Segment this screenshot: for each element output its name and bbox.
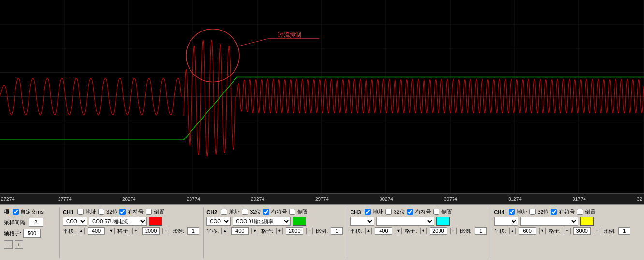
ch3-bili-label: 比例:: [460, 228, 472, 235]
ch2-pingyi-up[interactable]: ▲: [221, 228, 228, 234]
ch1-gezi-input[interactable]: [142, 227, 160, 235]
panel-title: 项: [4, 208, 9, 215]
controls-area: 项 自定义ms 采样间隔: 轴格子: − + CH1 地址: [0, 204, 644, 260]
ch2-selects: COO COO.01输出频率: [206, 217, 343, 226]
ch4-gezi-plus[interactable]: +: [564, 228, 571, 234]
title-row: 项 自定义ms: [4, 208, 56, 215]
ch3-color: [436, 217, 450, 226]
ch1-pingyi-up[interactable]: ▲: [78, 228, 85, 234]
sample-interval-input[interactable]: [29, 218, 43, 227]
ch1-pingyi-down[interactable]: ▼: [108, 228, 115, 234]
ch1-gezi-plus[interactable]: +: [132, 228, 139, 234]
axis-grid-input[interactable]: [23, 229, 41, 238]
ch1-select1[interactable]: COO: [63, 217, 87, 226]
ch3-gezi-label: 格子:: [405, 228, 417, 235]
ch3-gezi-plus[interactable]: +: [420, 228, 427, 234]
ch2-addr-checkbox[interactable]: [221, 209, 227, 215]
ch2-signed-checkbox[interactable]: [263, 209, 269, 215]
ch1-panel: CH1 地址 32位 有符号 倒置 COO COO.57U相电流: [59, 207, 201, 258]
ch4-addr-checkbox[interactable]: [509, 209, 515, 215]
minus-button[interactable]: −: [4, 240, 13, 249]
axis-grid-label: 轴格子:: [4, 230, 21, 237]
ch3-select1[interactable]: [350, 217, 374, 226]
ch1-signed-label: 有符号: [128, 208, 144, 215]
ch1-color: [149, 217, 162, 226]
ch4-color: [580, 217, 594, 226]
ch4-bit32-checkbox[interactable]: [529, 209, 536, 215]
custom-ms-checkbox[interactable]: [13, 209, 19, 215]
ch1-invert-label: 倒置: [154, 208, 164, 215]
ch3-pingyi-down[interactable]: ▼: [395, 228, 402, 234]
ch1-gezi-minus[interactable]: −: [162, 228, 169, 234]
ch1-select2[interactable]: COO.57U相电流: [89, 217, 147, 226]
ch3-gezi-input[interactable]: [430, 227, 447, 235]
ch3-panel: CH3 地址 32位 有符号 倒置 平移:: [347, 207, 488, 258]
ch4-bit32-label: 32位: [538, 208, 549, 215]
ch1-addr-checkbox[interactable]: [77, 209, 84, 215]
ch4-invert-checkbox[interactable]: [577, 209, 583, 215]
ch1-gezi-label: 格子:: [117, 228, 130, 235]
ch4-gezi-input[interactable]: [573, 227, 591, 235]
ch4-bili-input[interactable]: [618, 227, 630, 235]
ch4-pingyi-up[interactable]: ▲: [509, 228, 516, 234]
ch2-select1[interactable]: COO: [206, 217, 231, 226]
ch2-title: CH2: [206, 209, 217, 215]
ch2-gezi-input[interactable]: [286, 227, 303, 235]
ch1-signed-checkbox[interactable]: [119, 209, 126, 215]
ch3-invert-label: 倒置: [441, 208, 452, 215]
ch2-pingyi-down[interactable]: ▼: [251, 228, 258, 234]
ch2-invert-checkbox[interactable]: [289, 209, 295, 215]
ch2-pingyi-input[interactable]: [231, 227, 249, 235]
ch3-pingyi-label: 平移:: [350, 228, 362, 235]
ch3-pingyi-input[interactable]: [375, 227, 392, 235]
minus-plus-row: − +: [4, 240, 56, 249]
ch2-bit32-label: 32位: [250, 208, 261, 215]
ch4-header: CH4 地址 32位 有符号 倒置: [494, 208, 630, 215]
ch4-pingyi-down[interactable]: ▼: [539, 228, 546, 234]
ch1-title: CH1: [63, 209, 73, 215]
ch4-addr-label: 地址: [517, 208, 527, 215]
plus-button[interactable]: +: [15, 240, 23, 249]
ch3-gezi-minus[interactable]: −: [450, 228, 457, 234]
custom-ms-label: 自定义ms: [20, 208, 44, 215]
ch1-bit32-label: 32位: [106, 208, 117, 215]
ch3-addr-label: 地址: [373, 208, 383, 215]
ch3-invert-checkbox[interactable]: [433, 209, 439, 215]
ch2-gezi-plus[interactable]: +: [276, 228, 283, 234]
ch2-addr-label: 地址: [229, 208, 240, 215]
ch2-bit32-checkbox[interactable]: [242, 209, 248, 215]
ch3-bit32-label: 32位: [394, 208, 405, 215]
ch3-pingyi-up[interactable]: ▲: [365, 228, 372, 234]
ch3-bit32-checkbox[interactable]: [385, 209, 392, 215]
ch1-bit32-checkbox[interactable]: [98, 209, 104, 215]
ch1-pingyi-input[interactable]: [88, 227, 105, 235]
ch3-bili-input[interactable]: [475, 227, 487, 235]
ch2-params: 平移: ▲ ▼ 格子: + − 比例:: [206, 227, 343, 235]
svg-text:27774: 27774: [58, 197, 72, 202]
ch4-gezi-minus[interactable]: −: [594, 228, 600, 234]
ch2-invert-label: 倒置: [297, 208, 308, 215]
ch4-select1[interactable]: [494, 217, 518, 226]
svg-text:28274: 28274: [122, 197, 136, 202]
ch4-signed-checkbox[interactable]: [551, 209, 557, 215]
ch2-signed-label: 有符号: [271, 208, 287, 215]
ch1-bili-input[interactable]: [187, 227, 199, 235]
ch4-pingyi-input[interactable]: [519, 227, 536, 235]
svg-text:29274: 29274: [251, 197, 264, 202]
ch1-invert-checkbox[interactable]: [146, 209, 152, 215]
ch1-selects: COO COO.57U相电流: [63, 217, 199, 226]
ch3-addr-checkbox[interactable]: [365, 209, 371, 215]
ch3-select2[interactable]: [376, 217, 434, 226]
svg-text:27274: 27274: [1, 197, 15, 202]
ch2-select2[interactable]: COO.01输出频率: [233, 217, 291, 226]
sample-interval-row: 采样间隔:: [4, 218, 56, 227]
ch3-signed-label: 有符号: [415, 208, 431, 215]
ch2-gezi-minus[interactable]: −: [306, 228, 313, 234]
ch4-panel: CH4 地址 32位 有符号 倒置 平移:: [491, 207, 632, 258]
ch2-bili-input[interactable]: [331, 227, 343, 235]
ch4-select2[interactable]: [520, 217, 578, 226]
svg-text:30774: 30774: [444, 197, 457, 202]
ch4-invert-label: 倒置: [585, 208, 596, 215]
ch2-panel: CH2 地址 32位 有符号 倒置 COO COO.01输出频率: [203, 207, 345, 258]
ch3-signed-checkbox[interactable]: [407, 209, 413, 215]
